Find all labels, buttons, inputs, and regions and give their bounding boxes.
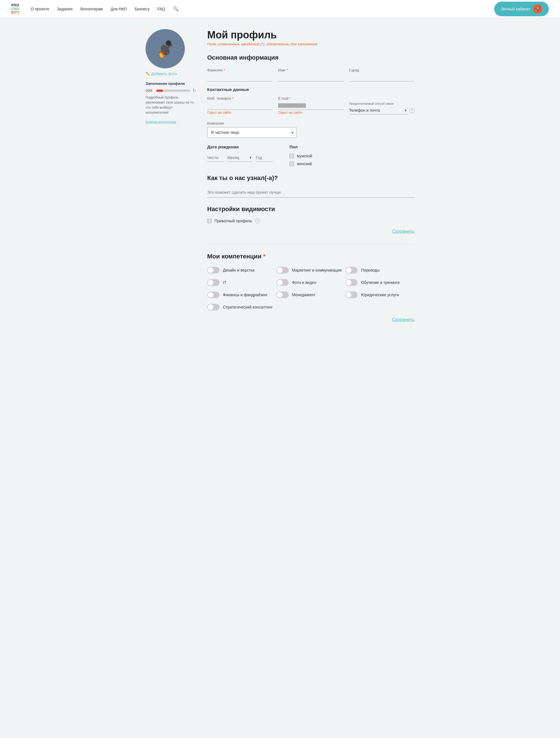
toggle-management[interactable]: [276, 292, 289, 298]
save-button-1[interactable]: Сохранить: [392, 229, 414, 234]
search-button[interactable]: 🔍: [173, 6, 179, 11]
phone-field: Моб. телефон * Скрыт на сайте: [207, 96, 272, 114]
dob-month-select[interactable]: Месяц ЯнварьФевральМарт АпрельМайИюнь Ию…: [227, 154, 253, 162]
company-select[interactable]: Я частное лицо Организация: [207, 127, 297, 138]
gender-female-label: женский: [297, 161, 312, 166]
profile-fill-label: Заполнение профиля: [146, 81, 196, 86]
toggle-it[interactable]: [207, 279, 220, 286]
refresh-icon[interactable]: ↻: [192, 88, 196, 93]
pref-contact-select[interactable]: Телефон Почта Телефон и почта: [349, 106, 408, 114]
first-name-input[interactable]: [278, 73, 343, 81]
last-name-label: Фамилия *: [207, 68, 272, 72]
avatar: [146, 29, 185, 68]
toggle-translations[interactable]: [345, 267, 357, 274]
email-label: E-mail *: [278, 96, 343, 100]
gender-female-checkbox[interactable]: [290, 161, 294, 166]
gender-male-option: мужской: [290, 154, 312, 158]
competency-training-label: Обучение и тренинги: [361, 280, 399, 285]
toggle-photo[interactable]: [276, 279, 289, 286]
competency-training: Обучение и тренинги: [345, 279, 414, 286]
dob-gender-row: Дата рождения Месяц ЯнварьФевральМарт Ап…: [207, 144, 414, 166]
basic-info-title: Основная информация: [207, 54, 414, 62]
save-button-2[interactable]: Сохранить: [392, 317, 414, 322]
competencies-title: Мои компетенции *: [207, 253, 414, 260]
progress-bar-bg: [156, 90, 190, 92]
competency-finance: Финансы и фандрайзинг: [207, 292, 276, 298]
phone-note: Скрыт на сайте: [207, 110, 272, 114]
how-found-input[interactable]: [207, 187, 414, 198]
nav-volunteers[interactable]: Волонтерам: [80, 7, 103, 11]
save-row-1: Сохранить: [207, 229, 414, 234]
dob-title: Дата рождения: [207, 144, 273, 149]
competency-it: IT: [207, 279, 276, 286]
email-note: Скрыт на сайте: [278, 110, 343, 114]
city-label: Город: [349, 68, 414, 72]
pref-contact-select-wrapper: Телефон Почта Телефон и почта: [349, 106, 408, 114]
email-input[interactable]: [278, 102, 343, 110]
toggle-finance[interactable]: [207, 292, 220, 298]
nav-nko[interactable]: Для НКО: [110, 7, 127, 11]
competency-row-4: Стратегический консалтинг: [207, 304, 414, 311]
pref-contact-field: Предпочитаемый способ связи Телефон Почт…: [349, 102, 414, 114]
volunteer-oath-button[interactable]: Клятва волонтера: [146, 120, 176, 124]
competency-marketing-label: Маркетинг и коммуникации: [292, 268, 342, 272]
progress-row: 20% ↻: [146, 88, 196, 93]
nav-faq[interactable]: FAQ: [158, 7, 165, 11]
contacts-row: Моб. телефон * Скрыт на сайте E-mail * С…: [207, 96, 414, 114]
private-profile-help-icon[interactable]: ?: [255, 219, 260, 224]
nav-tasks[interactable]: Задания: [57, 7, 72, 11]
how-found-title: Как ты о нас узнал(-а)?: [207, 174, 414, 183]
private-profile-row: Приватный профиль ?: [207, 219, 414, 224]
toggle-design[interactable]: [207, 267, 220, 274]
cabinet-button[interactable]: Личный кабинет 🚀: [494, 2, 549, 16]
competencies-section: Мои компетенции * Дизайн и верстка: [207, 253, 414, 322]
city-input[interactable]: [349, 73, 414, 81]
visibility-title: Настройки видимости: [207, 206, 414, 214]
add-photo-button[interactable]: ✏️ Добавить фото: [146, 72, 177, 76]
pref-contact-help-icon[interactable]: ?: [409, 108, 414, 113]
contacts-title: Контактные данные: [207, 87, 414, 92]
nav-business[interactable]: Бизнесу: [135, 7, 150, 11]
toggle-marketing[interactable]: [276, 267, 289, 274]
competency-row-2: IT Фото и видео: [207, 279, 414, 286]
rocket-icon: 🚀: [533, 4, 542, 13]
gender-section: Пол мужской женский: [290, 144, 312, 166]
toggle-legal[interactable]: [345, 292, 357, 298]
dob-fields: Месяц ЯнварьФевральМарт АпрельМайИюнь Ию…: [207, 154, 273, 162]
dob-year-input[interactable]: [256, 154, 273, 162]
section-divider: [207, 244, 414, 245]
pencil-icon: ✏️: [146, 72, 150, 76]
gender-male-checkbox[interactable]: [290, 154, 294, 158]
competency-row-1: Дизайн и верстка Маркетинг и коммуникаци…: [207, 267, 414, 274]
first-name-field: Имя *: [278, 68, 343, 81]
email-field: E-mail * Скрыт на сайте: [278, 96, 343, 114]
private-profile-label: Приватный профиль: [215, 219, 252, 223]
main-container: ✏️ Добавить фото Заполнение профиля 20% …: [140, 29, 420, 332]
company-label: Компания: [207, 121, 414, 125]
competencies-grid: Дизайн и верстка Маркетинг и коммуникаци…: [207, 267, 414, 311]
dob-year-field: [256, 154, 273, 162]
visibility-section: Настройки видимости Приватный профиль ?: [207, 206, 414, 224]
gender-options: мужской женский: [290, 154, 312, 166]
page-title: Мой профиль: [207, 29, 414, 41]
pref-contact-label: Предпочитаемый способ связи: [349, 102, 414, 105]
last-name-input[interactable]: [207, 73, 272, 81]
logo-rity: RITY: [11, 11, 20, 14]
nav-about[interactable]: О проекте: [31, 7, 49, 11]
toggle-strategy[interactable]: [207, 304, 220, 311]
dob-day-input[interactable]: [207, 154, 224, 162]
phone-input[interactable]: [207, 102, 272, 110]
toggle-training[interactable]: [345, 279, 357, 286]
cabinet-label: Личный кабинет: [501, 7, 530, 11]
competencies-required-star: *: [263, 253, 266, 260]
competency-finance-label: Финансы и фандрайзинг: [223, 293, 268, 297]
save-row-2: Сохранить: [207, 317, 414, 322]
competency-design-label: Дизайн и верстка: [223, 268, 255, 272]
gender-title: Пол: [290, 144, 312, 149]
company-row: Компания Я частное лицо Организация: [207, 121, 414, 138]
logo: PRO CHA RITY: [11, 3, 20, 14]
private-profile-checkbox[interactable]: [207, 219, 212, 223]
how-found-section: Как ты о нас узнал(-а)?: [207, 174, 414, 198]
dob-day-field: [207, 154, 224, 162]
competency-photo-label: Фото и видео: [292, 280, 316, 285]
